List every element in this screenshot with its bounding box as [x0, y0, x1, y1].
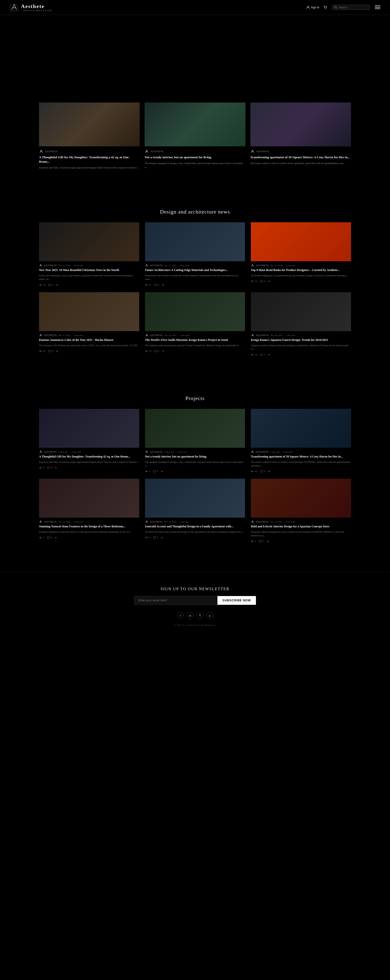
project-card-5[interactable]: aesthete Dec 14, 2024 · 2 min read Emera…: [145, 479, 245, 543]
proj-author-logo-1: [39, 450, 42, 453]
news-readtime-6: 1 min read: [286, 334, 295, 336]
eye-icon-1: [39, 283, 42, 286]
section-gap-1: [0, 180, 390, 199]
project-image-4: [39, 479, 139, 518]
proj-readtime-5: 2 min read: [180, 520, 189, 523]
project-card-3[interactable]: aesthete 6 days ago · 2 min read Transfo…: [251, 409, 351, 473]
comments-stat-4: 0: [48, 350, 53, 353]
news-readtime-2: 3 min read: [180, 264, 189, 267]
comments-stat-3: 0: [260, 280, 265, 283]
news-read-1: ·: [72, 264, 72, 267]
linkedin-icon[interactable]: in: [187, 612, 193, 619]
hamburger-menu[interactable]: [375, 6, 380, 9]
project-card-1[interactable]: aesthete 3 days ago · 2 min read A Thoug…: [39, 409, 139, 473]
article-excerpt-3: The owner wanted to relax in comfort in …: [250, 161, 351, 165]
proj-heart-3[interactable]: ♥: [268, 470, 270, 473]
featured-article-3[interactable]: aesthete Transforming apartment of 39 Sq…: [250, 102, 351, 170]
signin-link[interactable]: Sign In: [306, 6, 319, 9]
site-name: Aesthete: [21, 3, 53, 10]
proj-comment-icon-2: [153, 470, 156, 473]
proj-readtime-4: 2 min read: [74, 520, 83, 523]
proj-views-5: 0: [145, 536, 150, 539]
news-author-3: aesthete: [256, 264, 269, 267]
news-date-5: Nov 29, 2024: [164, 334, 176, 336]
heart-icon-3[interactable]: ♥: [268, 280, 270, 283]
news-author-4: aesthete: [44, 334, 57, 336]
proj-readtime-2: 2 min read: [177, 451, 187, 453]
project-stats-6: 3 0 ♥: [251, 540, 351, 543]
search-input[interactable]: [339, 6, 368, 9]
eye-icon-3: [251, 280, 254, 283]
newsletter-email-input[interactable]: [134, 596, 217, 605]
proj-author-logo-3: [251, 450, 254, 453]
proj-heart-6[interactable]: ♥: [267, 540, 269, 543]
proj-date-2: 4 days ago: [164, 451, 174, 453]
proj-date-5: Dec 14, 2024: [164, 520, 176, 523]
project-card-2[interactable]: aesthete 4 days ago · 2 min read Not a t…: [145, 409, 245, 473]
news-card-6[interactable]: aesthete Nov 29, 2024 · 1 min read Kengo…: [251, 292, 351, 356]
project-stats-3: 69 0 ♥: [251, 470, 351, 473]
search-icon: [334, 6, 337, 9]
project-image-3: [251, 409, 351, 448]
proj-heart-5[interactable]: ♥: [161, 536, 163, 539]
facebook-icon[interactable]: f: [177, 612, 184, 619]
twitter-x-icon[interactable]: 𝕏: [197, 612, 203, 619]
heart-icon-2[interactable]: ♥: [162, 283, 164, 286]
proj-author-logo-2: [145, 450, 149, 453]
article-title-2: Not a trendy interior, but an apartment …: [145, 155, 245, 159]
proj-comments-4: 0: [47, 536, 52, 539]
newsletter-title: Sign Up to Our Newsletter: [39, 587, 351, 591]
article-excerpt-2: The designer managed to design a cozy, c…: [145, 161, 245, 169]
news-card-4[interactable]: aesthete Dec 11, 2024 · 1 min read Panto…: [39, 292, 139, 356]
news-author-5: aesthete: [150, 334, 163, 336]
project-card-4[interactable]: aesthete Dec 15, 2024 · 2 min read Stunn…: [39, 479, 139, 543]
cart-link[interactable]: [323, 5, 327, 9]
proj-heart-2[interactable]: ♥: [161, 470, 163, 473]
svg-point-10: [252, 354, 253, 355]
proj-readtime-6: 2 min read: [285, 520, 295, 523]
news-author-row-1: aesthete Dec 12, 2024 · 4 min read: [39, 264, 139, 267]
heart-icon-4[interactable]: ♥: [56, 350, 58, 353]
news-stats-3: 29 0 ♥: [251, 280, 351, 283]
proj-heart-4[interactable]: ♥: [55, 536, 57, 539]
svg-point-7: [252, 281, 253, 282]
signin-label: Sign In: [311, 6, 319, 9]
proj-heart-1[interactable]: ♥: [55, 466, 57, 469]
article-meta-2: aesthete: [145, 149, 245, 154]
news-card-3[interactable]: aesthete Nov 11, 2024 · 3 min read Top 8…: [251, 222, 351, 286]
project-card-6[interactable]: aesthete Dec 14, 2024 · 2 min read Bold …: [251, 479, 351, 543]
news-section: Design and architecture news aesthete De…: [0, 199, 390, 366]
project-meta-3: aesthete 6 days ago · 2 min read: [251, 450, 351, 453]
projects-grid: aesthete 3 days ago · 2 min read A Thoug…: [39, 409, 351, 543]
author-name-2: aesthete: [150, 150, 163, 153]
search-box[interactable]: [332, 5, 370, 10]
news-title-6: Kengo Kuma's Japanese Faucet Design: Tre…: [251, 338, 351, 342]
newsletter-subscribe-button[interactable]: Subscribe Now: [217, 596, 256, 605]
proj-eye-icon-3: [251, 470, 254, 473]
svg-point-16: [252, 541, 253, 542]
news-author-logo-5: [145, 334, 149, 337]
news-author-6: aesthete: [256, 334, 269, 336]
news-card-1[interactable]: aesthete Dec 12, 2024 · 4 min read New Y…: [39, 222, 139, 286]
proj-views-4: 3: [39, 536, 44, 539]
heart-icon-6[interactable]: ♥: [268, 353, 270, 356]
proj-readtime-3: 2 min read: [283, 451, 293, 453]
featured-article-2[interactable]: aesthete Not a trendy interior, but an a…: [145, 102, 245, 170]
featured-article-1[interactable]: aesthete A Thoughtful Gift for My Daught…: [39, 102, 140, 170]
newsletter-form: Subscribe Now: [134, 596, 256, 605]
proj-date-4: Dec 15, 2024: [59, 520, 70, 523]
news-card-5[interactable]: aesthete Nov 29, 2024 · 1 min read The W…: [145, 292, 245, 356]
heart-icon-5[interactable]: ♥: [162, 350, 164, 353]
views-stat-1: 14: [39, 283, 45, 286]
project-excerpt-6: Anastasiya Ryeva designed the space comf…: [251, 530, 351, 537]
proj-comments-1: 0: [47, 466, 52, 469]
news-stats-1: 14 0 ♥: [39, 283, 139, 286]
views-stat-5: 16: [145, 350, 151, 353]
heart-icon-1[interactable]: ♥: [56, 283, 58, 286]
svg-point-6: [146, 285, 147, 285]
news-image-3: [251, 222, 351, 261]
news-stats-4: 96 0 ♥: [39, 350, 139, 353]
news-card-2[interactable]: aesthete Dec 12, 2024 · 3 min read Futur…: [145, 222, 245, 286]
news-author-row-6: aesthete Nov 29, 2024 · 1 min read: [251, 334, 351, 337]
pinterest-icon[interactable]: p: [206, 612, 213, 619]
